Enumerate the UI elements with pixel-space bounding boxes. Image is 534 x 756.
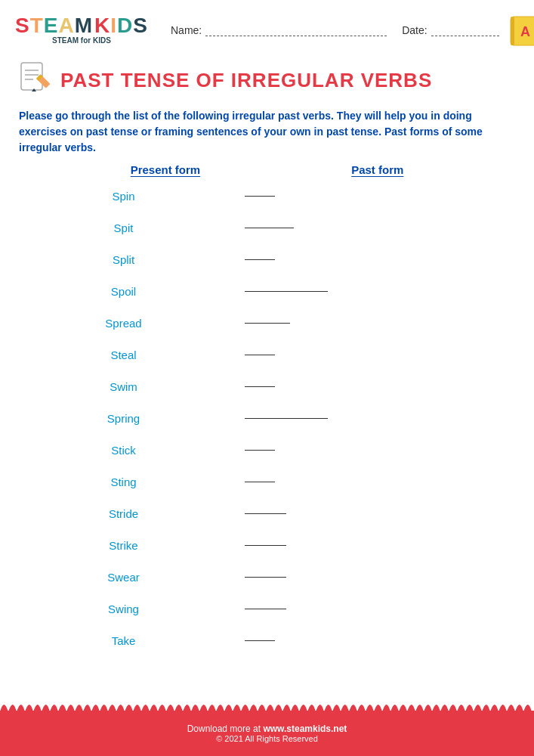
main-title: PAST TENSE OF IRREGULAR VERBS	[60, 69, 432, 92]
footer-website: www.steamkids.net	[263, 723, 347, 734]
ab-book-icon: A B	[507, 8, 534, 52]
logo-a: A	[58, 14, 74, 37]
worksheet-icon	[15, 60, 53, 101]
logo: STEAM KIDS STEAM for KIDS	[15, 15, 148, 45]
logo-t: T	[30, 14, 44, 37]
column-headers: Present form Past form	[15, 163, 519, 176]
verb-row: Sting	[48, 467, 486, 496]
footer-copyright: © 2021 All Rights Reserved	[216, 734, 318, 743]
date-line: Date:	[402, 24, 499, 36]
answer-blank	[245, 259, 275, 260]
svg-rect-3	[511, 17, 514, 45]
date-input-line	[431, 24, 499, 36]
verb-present: Swing	[48, 603, 199, 615]
verb-row: Swing	[48, 594, 486, 623]
answer-blank	[245, 195, 275, 197]
verb-row: Stride	[48, 499, 486, 528]
name-input-line	[205, 24, 387, 36]
verb-past-line	[199, 608, 486, 609]
verb-past-line	[199, 513, 486, 514]
verb-row: Split	[48, 245, 486, 274]
logo-i: I	[110, 14, 117, 37]
logo-k: K	[94, 14, 110, 37]
answer-blank	[245, 449, 275, 451]
logo-m: M	[75, 14, 93, 37]
verb-present: Swear	[48, 571, 199, 584]
verb-row: Strike	[48, 531, 486, 559]
past-form-header: Past form	[351, 163, 403, 176]
answer-blank	[245, 290, 328, 292]
table-area: Present form Past form SpinSpitSplitSpoi…	[0, 163, 534, 656]
verb-past-line	[199, 322, 486, 324]
footer-download-text: Download more at www.steamkids.net	[187, 723, 347, 734]
scallop-decoration	[0, 697, 534, 712]
logo-subtitle: STEAM for KIDS	[15, 36, 148, 45]
answer-blank	[245, 640, 275, 641]
answer-blank	[245, 354, 275, 355]
verb-past-line	[199, 386, 486, 387]
name-date-area: Name: Date:	[171, 24, 499, 36]
verb-row: Spoil	[48, 277, 486, 305]
answer-blank	[245, 608, 286, 609]
answer-blank	[245, 481, 275, 482]
answer-blank	[245, 386, 275, 387]
verb-row: Spread	[48, 308, 486, 337]
verb-row: Steal	[48, 340, 486, 369]
verb-row: Swim	[48, 372, 486, 401]
verb-present: Spoil	[48, 285, 199, 298]
verb-past-line	[199, 195, 486, 197]
verb-past-line	[199, 259, 486, 260]
verb-row: Spit	[48, 213, 486, 242]
description: Please go through the list of the follow…	[0, 104, 534, 163]
logo-d: D	[117, 14, 133, 37]
answer-blank	[245, 576, 286, 578]
title-section: PAST TENSE OF IRREGULAR VERBS	[0, 56, 534, 104]
verb-present: Split	[48, 253, 199, 266]
answer-blank	[245, 227, 294, 228]
present-form-header: Present form	[131, 163, 201, 176]
date-label: Date:	[402, 24, 427, 36]
logo-s: S	[15, 14, 30, 37]
verb-past-line	[199, 227, 486, 228]
verb-past-line	[199, 417, 486, 419]
verb-present: Spit	[48, 222, 199, 234]
answer-blank	[245, 544, 286, 546]
verb-present: Steal	[48, 349, 199, 361]
verb-past-line	[199, 449, 486, 451]
verb-present: Spin	[48, 190, 199, 203]
verb-past-line	[199, 354, 486, 355]
answer-blank	[245, 417, 328, 419]
verb-past-line	[199, 290, 486, 292]
verb-present: Spring	[48, 412, 199, 425]
footer: Download more at www.steamkids.net © 202…	[0, 711, 534, 756]
name-label: Name:	[171, 24, 202, 36]
logo-s2: S	[133, 14, 148, 37]
verb-present: Swim	[48, 380, 199, 393]
answer-blank	[245, 322, 290, 324]
verb-row: Swear	[48, 562, 486, 591]
verb-row: Take	[48, 626, 486, 655]
verb-past-line	[199, 544, 486, 546]
verb-present: Stride	[48, 507, 199, 520]
verb-past-line	[199, 481, 486, 482]
verb-past-line	[199, 640, 486, 641]
verb-present: Strike	[48, 539, 199, 552]
verb-present: Sting	[48, 476, 199, 488]
verb-row: Spin	[48, 181, 486, 210]
verb-rows: SpinSpitSplitSpoilSpreadStealSwimSpringS…	[15, 180, 519, 656]
logo-e: E	[44, 14, 59, 37]
header: STEAM KIDS STEAM for KIDS Name: Date:	[0, 0, 534, 56]
verb-present: Take	[48, 634, 199, 647]
verb-past-line	[199, 576, 486, 578]
verb-present: Spread	[48, 317, 199, 330]
svg-text:A: A	[520, 24, 530, 39]
name-line: Name:	[171, 24, 387, 36]
answer-blank	[245, 513, 286, 514]
verb-row: Spring	[48, 404, 486, 432]
verb-row: Stick	[48, 435, 486, 464]
verb-present: Stick	[48, 444, 199, 457]
